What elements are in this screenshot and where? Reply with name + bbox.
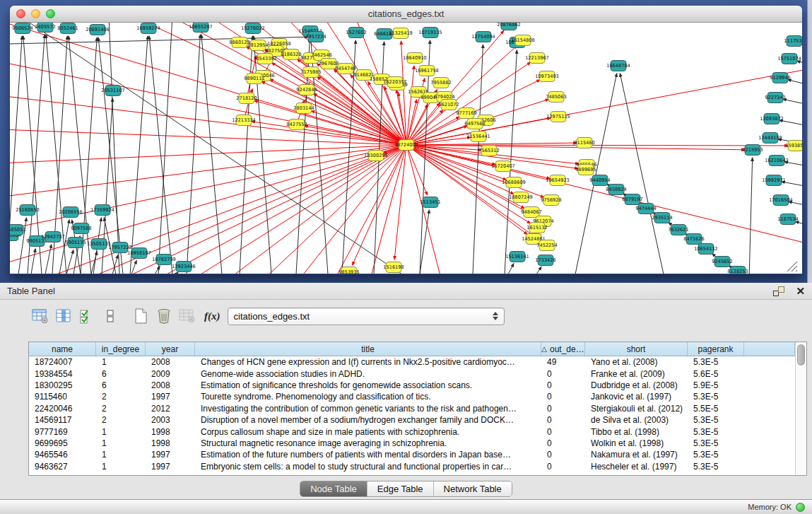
edge-black[interactable]	[130, 36, 148, 274]
edge-black[interactable]	[155, 266, 160, 274]
edge-black[interactable]	[45, 245, 52, 274]
graph-node[interactable]: 16961758	[415, 66, 439, 76]
new-column-icon[interactable]	[131, 307, 150, 325]
graph-node[interactable]: 10719135	[418, 28, 442, 38]
graph-node[interactable]: 3175985	[300, 67, 321, 78]
cell-name[interactable]: 9699695	[29, 438, 96, 449]
delete-column-icon[interactable]	[155, 307, 173, 325]
edge-red[interactable]	[406, 145, 802, 249]
edge-black[interactable]	[620, 74, 664, 274]
graph-node[interactable]: 5905135	[65, 238, 86, 248]
graph-node[interactable]: 16210643	[765, 156, 789, 166]
table-settings-icon[interactable]	[31, 307, 49, 325]
cell-year[interactable]: 2003	[146, 414, 195, 426]
cell-out_de…[interactable]: 0	[541, 380, 585, 391]
cell-short[interactable]: Franke et al. (2009)	[585, 368, 688, 379]
edge-red[interactable]	[321, 145, 406, 274]
graph-node[interactable]: 8860123	[229, 37, 249, 48]
edge-black[interactable]	[176, 272, 178, 274]
edge-black[interactable]	[149, 36, 172, 274]
cell-filler[interactable]	[744, 449, 795, 460]
function-builder-icon[interactable]: f(x)	[204, 310, 220, 322]
cell-in_degree[interactable]: 1	[96, 461, 146, 472]
graph-node[interactable]: 7955882	[430, 78, 451, 88]
cell-pagerank[interactable]: 5.3E-5	[688, 449, 744, 460]
cell-year[interactable]: 1997	[146, 449, 195, 460]
graph-node[interactable]: 6879197	[622, 194, 642, 205]
cell-out_de…[interactable]: 0	[541, 414, 585, 426]
graph-node[interactable]: 7565312	[478, 146, 499, 156]
cell-name[interactable]: 9465546	[29, 449, 96, 460]
graph-node[interactable]: 1621072	[438, 100, 459, 110]
graph-node[interactable]: 9242848	[296, 85, 317, 95]
edge-red[interactable]	[10, 129, 406, 145]
graph-node[interactable]: 9245652	[712, 257, 732, 267]
table-scrollbar[interactable]	[795, 342, 806, 475]
graph-node[interactable]: 9756928	[541, 195, 561, 206]
table-row[interactable]: 946362711997Embryonic stem cells: a mode…	[29, 461, 795, 472]
cell-name[interactable]: 9463627	[29, 461, 96, 472]
cell-pagerank[interactable]: 5.9E-5	[688, 380, 744, 391]
close-window-icon[interactable]	[16, 9, 25, 18]
graph-node[interactable]: 8186328	[281, 49, 301, 60]
edge-black[interactable]	[783, 99, 802, 105]
edge-black[interactable]	[109, 23, 119, 274]
graph-node[interactable]: 9440954	[589, 175, 610, 186]
graph-node[interactable]: 12754094	[471, 32, 495, 42]
column-header-name[interactable]: name	[29, 342, 96, 356]
graph-node[interactable]: 1187534	[777, 214, 798, 225]
cell-in_degree[interactable]: 6	[96, 380, 146, 391]
cell-name[interactable]: 9777169	[29, 426, 96, 437]
rows-icon[interactable]	[101, 307, 119, 325]
cell-title[interactable]: Embryonic stem cells: a model to study s…	[195, 461, 541, 472]
cell-filler[interactable]	[744, 368, 795, 379]
graph-node[interactable]: 10654112	[694, 244, 718, 255]
graph-node[interactable]: 6497568	[464, 119, 485, 129]
cell-in_degree[interactable]: 2	[96, 403, 146, 414]
graph-node[interactable]: 13505135	[87, 239, 111, 250]
graph-node[interactable]: 18640910	[403, 53, 427, 64]
graph-node[interactable]: 9506524	[12, 23, 33, 34]
graph-node[interactable]: 20206556	[59, 207, 83, 218]
close-panel-icon[interactable]: ✕	[796, 286, 805, 296]
cell-filler[interactable]	[744, 403, 795, 414]
cell-filler[interactable]	[744, 391, 795, 402]
edge-red[interactable]	[353, 145, 406, 265]
cell-pagerank[interactable]: 5.6E-5	[688, 368, 744, 379]
cell-out_de…[interactable]: 49	[541, 356, 585, 368]
cell-pagerank[interactable]: 5.3E-5	[688, 356, 744, 368]
graph-node[interactable]: 8938924	[606, 185, 626, 195]
minimize-window-icon[interactable]	[31, 9, 40, 18]
graph-node[interactable]: 7632621	[668, 225, 688, 235]
table-row[interactable]: 911546021997Tourette syndrome. Phenomeno…	[29, 391, 795, 402]
cell-filler[interactable]	[744, 438, 795, 449]
graph-node[interactable]: 9890111	[244, 74, 264, 84]
table-row[interactable]: 2242004622012Investigating the contribut…	[29, 403, 795, 414]
cell-in_degree[interactable]: 1	[96, 356, 146, 368]
cell-name[interactable]: 14569117	[29, 414, 96, 426]
column-header-short[interactable]: short	[585, 342, 688, 356]
edge-black[interactable]	[31, 249, 35, 274]
edge-black[interactable]	[473, 45, 483, 274]
cell-pagerank[interactable]: 5.3E-5	[688, 414, 744, 426]
graph-node[interactable]: 7452254	[536, 240, 557, 251]
edge-black[interactable]	[748, 158, 753, 274]
cell-title[interactable]: Genome-wide association studies in ADHD.	[195, 368, 541, 379]
cell-short[interactable]: Tibbo et al. (1998)	[585, 426, 688, 437]
tab-node-table[interactable]: Node Table	[300, 481, 367, 496]
cell-name[interactable]: 19384554	[29, 368, 96, 379]
graph-node[interactable]: 1733426	[535, 255, 555, 266]
graph-node[interactable]: 7957224	[305, 32, 326, 42]
graph-node[interactable]: 9777169	[456, 108, 476, 119]
cell-year[interactable]: 2008	[146, 380, 195, 391]
graph-node[interactable]: 8052461	[57, 23, 78, 34]
graph-node[interactable]: 10688609	[502, 177, 526, 188]
cell-out_de…[interactable]: 0	[541, 368, 585, 379]
tab-edge-table[interactable]: Edge Table	[367, 481, 434, 496]
cell-year[interactable]: 2012	[146, 403, 195, 414]
cell-title[interactable]: Structural magnetic resonance image aver…	[195, 438, 541, 449]
cell-year[interactable]: 1997	[146, 461, 195, 472]
edge-red[interactable]	[151, 145, 406, 274]
cell-title[interactable]: Disruption of a novel member of a sodium…	[195, 414, 541, 426]
table-row[interactable]: 969969511998Structural magnetic resonanc…	[29, 438, 795, 449]
